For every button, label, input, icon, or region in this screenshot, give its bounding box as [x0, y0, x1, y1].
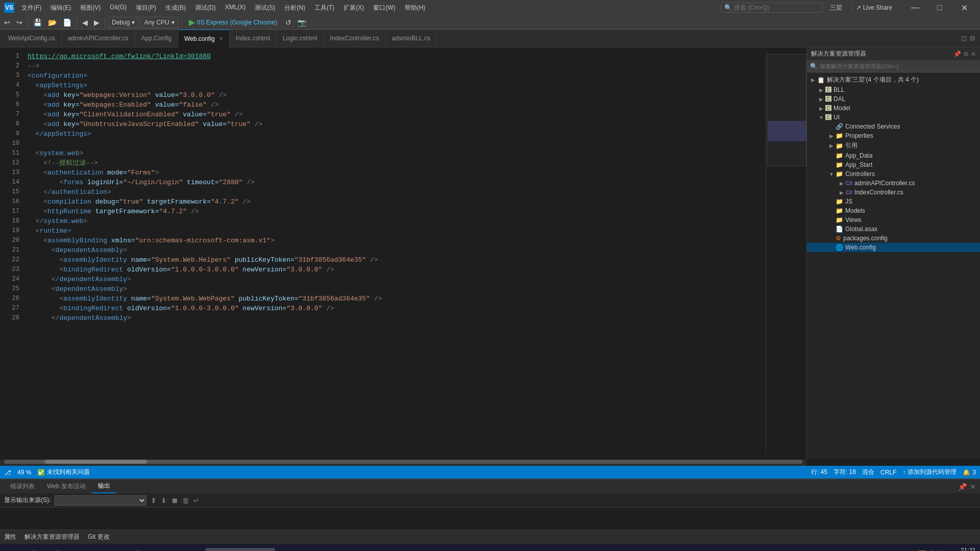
- search-input[interactable]: [734, 4, 805, 11]
- output-stop[interactable]: ⏹: [171, 496, 178, 505]
- se-item-Models[interactable]: 📁 Models: [807, 206, 980, 215]
- scrollbar-thumb[interactable]: [45, 460, 147, 464]
- debug-config-dropdown[interactable]: Debug ▾: [108, 17, 138, 28]
- menu-build[interactable]: 生成(B): [161, 3, 190, 13]
- tab-web-publish[interactable]: Web 发布活动: [41, 480, 92, 493]
- tab-error-list[interactable]: 错误列表: [4, 480, 41, 493]
- menu-window[interactable]: 窗口(W): [369, 3, 399, 13]
- toolbar-redo[interactable]: ↪: [14, 17, 24, 28]
- se-search-input[interactable]: [820, 63, 977, 69]
- status-line-ending[interactable]: CRLF: [880, 469, 896, 476]
- output-scroll-up[interactable]: ⬆: [151, 496, 157, 505]
- maximize-button[interactable]: □: [928, 0, 951, 15]
- output-close-icon[interactable]: ✕: [970, 483, 976, 491]
- se-item-GlobalAsax[interactable]: 📄 Global.asax: [807, 224, 980, 234]
- output-source-select[interactable]: [55, 495, 146, 506]
- refresh-button[interactable]: ↺: [283, 17, 293, 28]
- tab-adsminBLL[interactable]: adsminBLL.cs: [386, 30, 437, 47]
- toolbar-new[interactable]: 📄: [61, 17, 74, 28]
- taskbar-start[interactable]: ⊞: [4, 546, 22, 551]
- se-item-UI[interactable]: ▼ 🅲 UI: [807, 113, 980, 122]
- menu-view[interactable]: 视图(V): [76, 3, 105, 13]
- status-col[interactable]: 字符: 18: [834, 468, 856, 477]
- toolbar-back[interactable]: ◀: [80, 17, 90, 28]
- se-item-Controllers[interactable]: ▼ 📁 Controllers: [807, 169, 980, 179]
- se-item-AppData[interactable]: 📁 App_Data: [807, 151, 980, 160]
- se-item-Properties[interactable]: ▶ 📁 Properties: [807, 131, 980, 140]
- output-pin-icon[interactable]: 📌: [958, 483, 967, 491]
- close-button[interactable]: ✕: [952, 0, 976, 15]
- se-item-JS[interactable]: 📁 JS: [807, 197, 980, 206]
- taskbar-app-vs[interactable]: 💜 三层 - Microsoft ...: [205, 548, 276, 552]
- menu-help[interactable]: 帮助(H): [401, 3, 430, 13]
- se-item-DAL[interactable]: ▶ 🅲 DAL: [807, 94, 980, 104]
- toolbar-save[interactable]: 💾: [31, 17, 44, 28]
- output-scroll-down[interactable]: ⬇: [161, 496, 167, 505]
- status-no-issues[interactable]: ✅ 未找到相关问题: [37, 468, 90, 477]
- se-item-WebConfig[interactable]: 🌐 Web.config: [807, 243, 980, 252]
- tab-webApiConfig[interactable]: WebApiConfig.cs: [2, 30, 62, 47]
- toolbar-open[interactable]: 📂: [46, 17, 59, 28]
- se-item-IndexController[interactable]: ▶ C# IndexController.cs: [807, 188, 980, 197]
- menu-file[interactable]: 文件(F): [17, 3, 45, 13]
- menu-test[interactable]: 测试(S): [251, 3, 279, 13]
- output-clear[interactable]: 🗑: [182, 496, 189, 505]
- se-search-bar[interactable]: 🔍: [807, 61, 980, 72]
- code-editor[interactable]: 12345 678910 1112131415 1617181920 21222…: [0, 47, 806, 459]
- taskbar-app-csdn[interactable]: 🌐 写文章-CSDN博客...: [48, 548, 124, 552]
- live-share-button[interactable]: ↗ Live Share: [851, 3, 896, 12]
- taskbar-search[interactable]: 🔍: [26, 548, 44, 551]
- se-item-Views[interactable]: 📁 Views: [807, 215, 980, 224]
- menu-project[interactable]: 项目(P): [132, 3, 160, 13]
- output-word-wrap[interactable]: ↵: [193, 496, 200, 505]
- tab-loginCshtml[interactable]: Login.cshtml: [277, 30, 324, 47]
- status-zoom[interactable]: 49 %: [17, 469, 31, 476]
- tab-close-webConfig[interactable]: ✕: [219, 36, 223, 41]
- toolbar-undo[interactable]: ↩: [2, 17, 12, 28]
- split-editor-icon[interactable]: ⊡: [961, 34, 967, 42]
- git-changes-link[interactable]: Git 更改: [88, 533, 110, 541]
- status-add-source[interactable]: ↑ 添加到源代码管理: [902, 468, 957, 477]
- se-solution-root[interactable]: ▶ 📋 解决方案'三层'(4 个项目，共 4 个): [807, 74, 980, 85]
- se-item-PackagesConfig[interactable]: ⚙ packages.config: [807, 234, 980, 243]
- status-notifications[interactable]: 🔔 3: [963, 469, 976, 476]
- se-item-BLL[interactable]: ▶ 🅲 BLL: [807, 85, 980, 94]
- menu-debug[interactable]: 调试(D): [191, 3, 220, 13]
- status-encoding[interactable]: 混合: [862, 468, 874, 477]
- tab-settings-icon[interactable]: ⚙: [969, 34, 976, 42]
- status-git[interactable]: ⎇: [4, 469, 11, 476]
- tab-indexController[interactable]: IndexController.cs: [324, 30, 385, 47]
- se-item-Model[interactable]: ▶ 🅲 Model: [807, 104, 980, 113]
- tab-output[interactable]: 输出: [92, 480, 116, 493]
- toolbar-forward[interactable]: ▶: [92, 17, 102, 28]
- taskbar-clock[interactable]: 21:21 2021/9/17: [949, 547, 976, 551]
- menu-xml[interactable]: XML(X): [221, 3, 250, 13]
- menu-extensions[interactable]: 扩展(X): [339, 3, 368, 13]
- se-item-References[interactable]: ▶ 📁 引用: [807, 140, 980, 151]
- tab-appConfig[interactable]: App.Config: [135, 30, 178, 47]
- menu-git[interactable]: Git(G): [106, 3, 131, 13]
- properties-link[interactable]: 属性: [4, 533, 16, 541]
- se-item-ConnectedServices[interactable]: 🔗 Connected Services: [807, 122, 980, 131]
- toolbar-camera[interactable]: 📷: [296, 17, 308, 28]
- tab-adminAPIController[interactable]: adminAPIController.cs: [62, 30, 135, 47]
- platform-dropdown[interactable]: Any CPU ▾: [140, 17, 178, 28]
- se-item-adminAPIController[interactable]: ▶ C# adminAPIController.cs: [807, 179, 980, 188]
- se-pin-icon[interactable]: 📌: [953, 51, 961, 58]
- se-item-AppStart[interactable]: 📁 App_Start: [807, 160, 980, 169]
- menu-edit[interactable]: 编辑(E): [46, 3, 75, 13]
- editor-scrollbar[interactable]: [0, 460, 806, 466]
- run-button[interactable]: ▶ IIS Express (Google Chrome): [185, 16, 281, 28]
- minimap[interactable]: [766, 52, 806, 455]
- menu-analyze[interactable]: 分析(N): [280, 3, 309, 13]
- taskbar-app-aspnet[interactable]: 🌐 ASP.NET MVC的...: [128, 548, 201, 552]
- title-search[interactable]: 🔍: [721, 3, 823, 13]
- tab-webConfig[interactable]: Web.config ✕: [178, 30, 230, 47]
- menu-tools[interactable]: 工具(T): [310, 3, 338, 13]
- status-row[interactable]: 行: 45: [811, 468, 827, 477]
- se-settings-icon[interactable]: ⚙: [963, 51, 969, 58]
- tab-indexCshtml[interactable]: Index.cshtml: [230, 30, 277, 47]
- minimize-button[interactable]: —: [903, 0, 927, 15]
- se-close-icon[interactable]: ✕: [971, 51, 976, 58]
- solution-explorer-link[interactable]: 解决方案资源管理器: [24, 533, 80, 541]
